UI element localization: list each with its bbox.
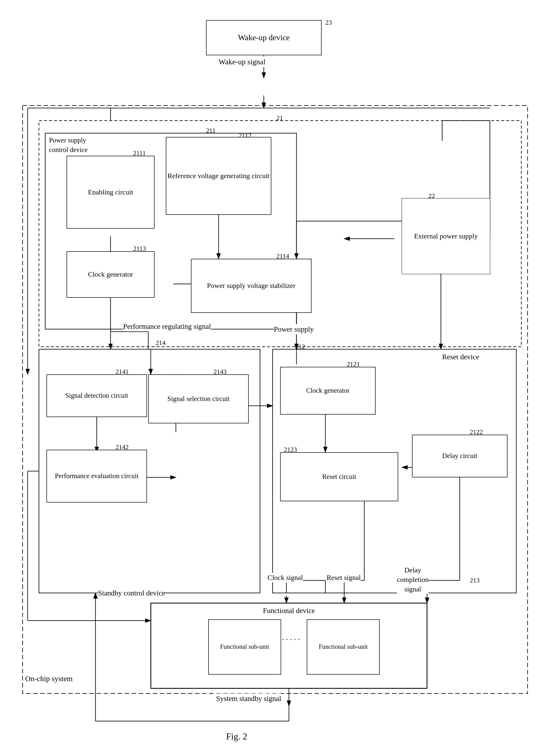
ref-214: 214 [156,339,165,347]
ref-213: 213 [470,577,480,584]
functional-sub2-label: Functional sub-unit [319,643,368,651]
functional-sub1-label: Functional sub-unit [220,643,269,651]
reset-circuit-label: Reset circuit [322,472,356,481]
clock-gen-bottom-box: Clock generator [280,367,376,415]
signal-selection-label: Signal selection circuit [167,394,229,403]
functional-device-box: Functional device Functional sub-unit · … [151,603,427,689]
functional-device-label: Functional device [151,606,426,616]
perf-reg-signal-label: Performance regulating signal [123,322,211,331]
reset-circuit-box: Reset circuit [280,452,398,501]
wakeup-device-label: Wake-up device [238,33,290,43]
clock-gen-top-box: Clock generator [66,251,155,298]
ref-23: 23 [325,19,332,26]
ref-211: 211 [206,127,216,134]
ref-voltage-gen-label: Reference voltage generating circuit [167,171,270,180]
clock-gen-top-label: Clock generator [88,270,133,279]
power-supply-signal-label: Power supply [274,324,314,334]
enabling-circuit-box: Enabling circuit [66,156,155,229]
clock-gen-bottom-label: Clock generator [306,386,349,395]
ref-2143: 2143 [214,368,227,376]
functional-sub2-box: Functional sub-unit [307,619,380,675]
signal-detection-label: Signal detection circuit [65,391,128,400]
ref-2121: 2121 [347,360,360,368]
ref-2141: 2141 [116,368,128,376]
delay-completion-label: Delaycompletionsignal [397,565,428,594]
reset-signal-label: Reset signal [326,573,361,582]
ref-voltage-gen-box: Reference voltage generating circuit [166,137,271,215]
signal-detection-box: Signal detection circuit [46,374,147,417]
fig-caption: Fig. 2 [226,731,247,742]
ref-2113: 2113 [133,245,146,253]
ref-2111: 2111 [133,150,146,157]
clock-signal-label: Clock signal [267,573,303,582]
system-standby-label: System standby signal [216,693,281,704]
ref-2123: 2123 [284,446,297,454]
dots-label: · · · · · · [278,634,300,645]
external-power-supply-label: External power supply [414,232,478,241]
reset-device-label: Reset device [442,352,479,362]
power-supply-stabilizer-box: Power supply voltage stabilizer [191,259,312,313]
ref-2142: 2142 [116,443,128,451]
on-chip-system-label: On-chip system [25,673,73,684]
power-supply-stabilizer-label: Power supply voltage stabilizer [207,281,296,290]
delay-circuit-box: Delay circuit [412,435,507,477]
functional-sub1-box: Functional sub-unit [208,619,281,675]
performance-eval-box: Performance evaluation circuit [46,450,147,502]
ref-2114: 2114 [276,253,289,260]
external-power-supply-box: External power supply [402,198,490,274]
ref-2122: 2122 [470,429,483,436]
ref-22: 22 [428,192,435,200]
signal-selection-box: Signal selection circuit [148,374,249,423]
performance-eval-label: Performance evaluation circuit [55,472,139,480]
delay-circuit-label: Delay circuit [442,452,477,460]
wakeup-signal-label: Wake-up signal [219,57,265,67]
power-supply-control-label: Power supplycontrol device [49,136,88,155]
ref-21: 21 [276,114,283,122]
ref-212: 212 [295,343,305,351]
enabling-circuit-label: Enabling circuit [88,188,133,197]
standby-control-label: Standby control device [98,588,165,598]
wakeup-device-box: Wake-up device [206,20,322,55]
